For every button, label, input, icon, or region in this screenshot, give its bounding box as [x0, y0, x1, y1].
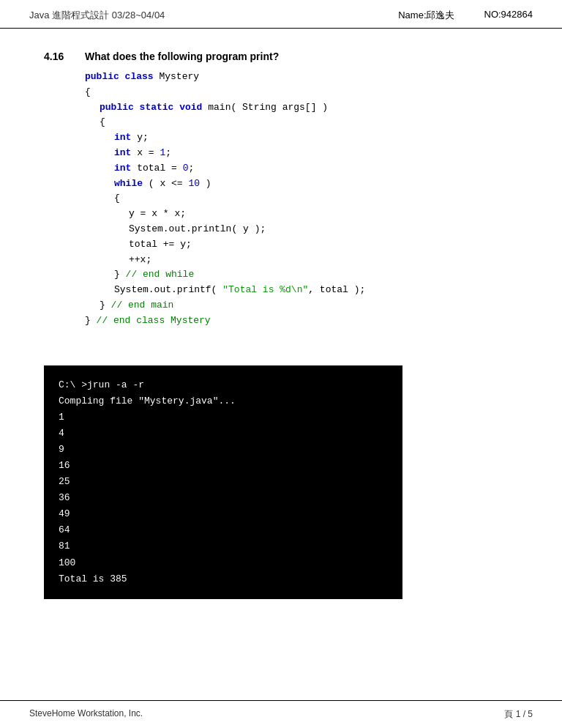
terminal-line-11: 100	[59, 555, 388, 571]
code-line-4: {	[85, 115, 518, 130]
code-block: public class Mystery { public static voi…	[85, 70, 518, 329]
terminal-line-7: 36	[59, 490, 388, 506]
terminal-line-1: Compling file "Mystery.java"...	[59, 393, 388, 409]
question-text: What does the following program print?	[85, 51, 279, 62]
code-line-13: ++x;	[85, 253, 518, 268]
code-line-8: while ( x <= 10 )	[85, 177, 518, 192]
code-line-12: total += y;	[85, 237, 518, 253]
terminal-line-0: C:\ >jrun -a -r	[59, 377, 388, 393]
terminal-line-4: 9	[59, 442, 388, 458]
code-line-1: public class Mystery	[85, 70, 518, 85]
code-line-17: } // end class Mystery	[85, 313, 518, 329]
question-number: 4.16	[44, 51, 73, 62]
terminal-line-8: 49	[59, 506, 388, 522]
footer: SteveHome Workstation, Inc. 頁 1 / 5	[0, 700, 562, 728]
code-line-10: y = x * x;	[85, 207, 518, 222]
header-no: NO:942864	[484, 9, 533, 22]
footer-left: SteveHome Workstation, Inc.	[29, 708, 143, 721]
header-title: Java 進階程式設計 03/28~04/04	[29, 9, 165, 22]
terminal-line-10: 81	[59, 538, 388, 554]
terminal-line-12: Total is 385	[59, 571, 388, 587]
terminal-line-5: 16	[59, 458, 388, 474]
terminal-line-2: 1	[59, 409, 388, 426]
code-line-14: } // end while	[85, 267, 518, 283]
terminal: C:\ >jrun -a -r Compling file "Mystery.j…	[44, 365, 402, 599]
header-right: Name:邱逸夫 NO:942864	[398, 9, 533, 22]
code-line-16: } // end main	[85, 298, 518, 313]
code-line-2: {	[85, 85, 518, 100]
header-name: Name:邱逸夫	[398, 9, 454, 22]
code-line-15: System.out.printf( "Total is %d\n", tota…	[85, 283, 518, 298]
question-row: 4.16 What does the following program pri…	[44, 51, 518, 62]
terminal-line-9: 64	[59, 522, 388, 538]
code-line-5: int y;	[85, 130, 518, 146]
terminal-line-6: 25	[59, 474, 388, 490]
code-line-3: public static void main( String args[] )	[85, 100, 518, 116]
page: Java 進階程式設計 03/28~04/04 Name:邱逸夫 NO:9428…	[0, 0, 562, 728]
code-line-6: int x = 1;	[85, 146, 518, 161]
main-content: 4.16 What does the following program pri…	[0, 29, 562, 343]
code-line-9: {	[85, 191, 518, 207]
footer-right: 頁 1 / 5	[504, 708, 533, 721]
code-line-7: int total = 0;	[85, 161, 518, 177]
terminal-line-3: 4	[59, 426, 388, 442]
code-line-11: System.out.println( y );	[85, 222, 518, 237]
header: Java 進階程式設計 03/28~04/04 Name:邱逸夫 NO:9428…	[0, 0, 562, 29]
